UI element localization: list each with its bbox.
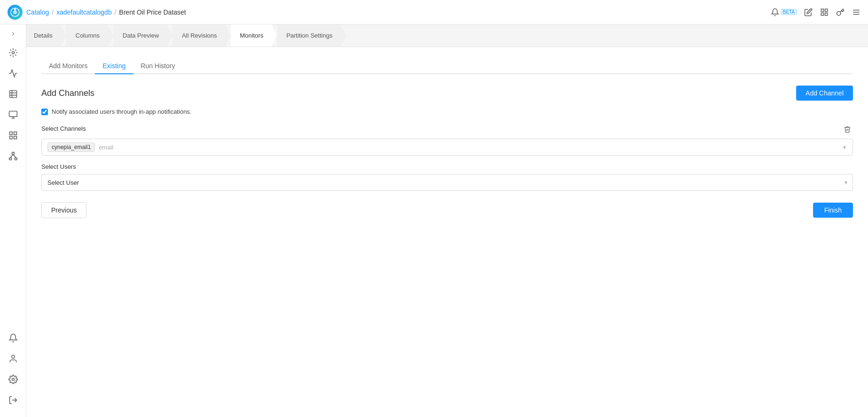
- svg-point-27: [11, 355, 15, 359]
- topbar-right: BETA: [771, 8, 860, 16]
- svg-point-22: [12, 152, 14, 155]
- sidebar-nav: [4, 43, 23, 329]
- breadcrumb-dataset: Brent Oil Price Dataset: [119, 8, 186, 16]
- select-users-label: Select Users: [41, 163, 853, 170]
- channel-select-field[interactable]: cynepia_email1 email ▼: [41, 139, 853, 156]
- notify-checkbox-row: Notify associated users through in-app n…: [41, 108, 853, 115]
- action-row: Previous Finish: [41, 202, 853, 218]
- layout: Details Columns Data Preview All Revisio…: [0, 24, 868, 417]
- tab-monitors[interactable]: Monitors: [231, 24, 277, 47]
- svg-point-10: [12, 52, 14, 54]
- main-content: Details Columns Data Preview All Revisio…: [26, 24, 868, 417]
- select-channels-label: Select Channels: [41, 125, 86, 132]
- breadcrumb-db[interactable]: xadefaultcatalogdb: [56, 8, 112, 16]
- tabs-bar: Details Columns Data Preview All Revisio…: [26, 24, 868, 47]
- sidebar: [0, 24, 26, 417]
- delete-channel-button[interactable]: [842, 125, 853, 136]
- sidebar-item-settings[interactable]: [4, 370, 23, 389]
- edit-icon[interactable]: [804, 8, 813, 16]
- channel-dropdown-arrow-icon: ▼: [842, 145, 847, 150]
- svg-rect-20: [9, 136, 12, 139]
- key-icon[interactable]: [836, 8, 845, 16]
- svg-rect-21: [14, 136, 16, 139]
- sub-tabs: Add Monitors Existing Run History: [41, 58, 853, 74]
- beta-badge: BETA: [781, 9, 797, 15]
- svg-rect-11: [9, 91, 16, 98]
- select-users-wrapper: Select User ▼: [41, 174, 853, 191]
- notify-checkbox[interactable]: [41, 109, 48, 115]
- sidebar-item-bell[interactable]: [4, 329, 23, 347]
- svg-point-23: [9, 157, 11, 160]
- breadcrumb: Catalog / xadefaultcatalogdb / Brent Oil…: [26, 8, 186, 16]
- svg-line-25: [10, 155, 13, 158]
- svg-rect-4: [825, 9, 828, 11]
- add-channel-button[interactable]: Add Channel: [796, 86, 853, 101]
- sidebar-item-table[interactable]: [4, 85, 23, 103]
- svg-line-26: [13, 155, 16, 158]
- sub-tab-add-monitors[interactable]: Add Monitors: [41, 58, 95, 74]
- breadcrumb-sep1: /: [52, 8, 54, 16]
- svg-rect-15: [9, 111, 17, 117]
- svg-point-2: [14, 8, 16, 10]
- bell-icon[interactable]: BETA: [771, 8, 797, 16]
- sidebar-toggle[interactable]: [8, 28, 19, 39]
- select-user-dropdown[interactable]: Select User: [41, 174, 853, 191]
- sidebar-item-monitor[interactable]: [4, 64, 23, 83]
- select-channels-field: Select Channels cynepia_email1 email ▼: [41, 125, 853, 156]
- svg-point-1: [13, 10, 17, 14]
- section-title: Add Channels: [41, 88, 94, 98]
- previous-button[interactable]: Previous: [41, 202, 86, 218]
- finish-button[interactable]: Finish: [813, 203, 853, 218]
- add-channels-section: Add Channels Add Channel Notify associat…: [41, 86, 853, 218]
- sidebar-item-network[interactable]: [4, 147, 23, 165]
- tab-columns[interactable]: Columns: [66, 24, 113, 47]
- section-header: Add Channels Add Channel: [41, 86, 853, 101]
- grid-icon[interactable]: [820, 8, 829, 16]
- svg-point-24: [15, 157, 17, 160]
- app-logo[interactable]: [8, 5, 23, 20]
- menu-icon[interactable]: [852, 8, 860, 16]
- svg-rect-6: [825, 13, 828, 15]
- svg-rect-19: [14, 132, 16, 135]
- sidebar-item-catalog[interactable]: [4, 43, 23, 62]
- topbar: Catalog / xadefaultcatalogdb / Brent Oil…: [0, 0, 868, 24]
- notify-checkbox-label: Notify associated users through in-app n…: [52, 108, 192, 115]
- select-users-field: Select Users Select User ▼: [41, 163, 853, 191]
- svg-point-28: [12, 378, 14, 381]
- breadcrumb-catalog[interactable]: Catalog: [26, 8, 49, 16]
- tab-all-revisions[interactable]: All Revisions: [172, 24, 230, 47]
- breadcrumb-sep2: /: [115, 8, 116, 16]
- select-channels-header: Select Channels: [41, 125, 853, 136]
- tab-data-preview[interactable]: Data Preview: [113, 24, 172, 47]
- sidebar-item-user[interactable]: [4, 349, 23, 368]
- sidebar-bottom: [4, 329, 23, 413]
- channel-type: email: [99, 144, 842, 151]
- page-content: Add Monitors Existing Run History Add Ch…: [26, 47, 868, 417]
- sub-tab-run-history[interactable]: Run History: [133, 58, 183, 74]
- topbar-left: Catalog / xadefaultcatalogdb / Brent Oil…: [8, 5, 186, 20]
- sub-tab-existing[interactable]: Existing: [95, 58, 133, 74]
- svg-rect-5: [821, 13, 823, 15]
- sidebar-item-widget[interactable]: [4, 126, 23, 145]
- svg-rect-18: [9, 132, 12, 135]
- sidebar-item-logout[interactable]: [4, 391, 23, 409]
- tab-partition-settings[interactable]: Partition Settings: [277, 24, 346, 47]
- sidebar-item-screen[interactable]: [4, 105, 23, 124]
- svg-rect-3: [821, 9, 823, 11]
- tab-details[interactable]: Details: [26, 24, 66, 47]
- channel-tag: cynepia_email1: [47, 142, 95, 152]
